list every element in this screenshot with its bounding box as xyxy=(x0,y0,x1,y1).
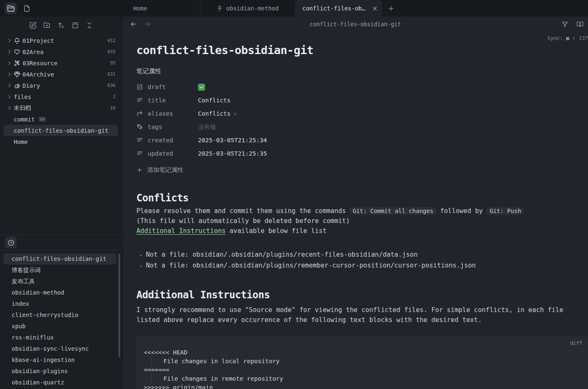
property-value[interactable]: Conflicts xyxy=(198,97,231,104)
property-key-label: tags xyxy=(148,124,162,130)
property-key[interactable]: updated xyxy=(136,150,198,157)
add-property-label: 添加笔记属性 xyxy=(147,166,183,174)
recent-files-tab-button[interactable] xyxy=(5,237,17,248)
property-key-label: updated xyxy=(148,150,173,157)
code-line: File changes in local repository xyxy=(144,357,581,366)
chevron-right-icon[interactable] xyxy=(7,105,14,111)
tree-item-label: files xyxy=(14,94,110,100)
tools-icon xyxy=(14,60,22,67)
property-value[interactable]: 2025-03-05T21:25:35 xyxy=(198,150,267,157)
recent-file-item[interactable]: xpub xyxy=(3,321,116,332)
tree-item-02area[interactable]: 02Area 655 xyxy=(3,46,118,57)
backlinks-graph-button[interactable] xyxy=(560,19,570,29)
chevron-right-icon[interactable] xyxy=(7,49,14,55)
recent-files-panel: conflict-files-obsidian-git 博客提示词 发布工具 o… xyxy=(0,235,122,389)
left-sidebar: 01Project 412 02Area 655 03Resource 95 0… xyxy=(0,17,123,389)
property-row-aliases: aliases Conflicts × xyxy=(136,107,578,120)
sort-order-button[interactable] xyxy=(56,20,67,31)
recent-file-item[interactable]: 发布工具 xyxy=(3,276,116,287)
tab-bar: Home obsidian-method conflict-files-obsi… xyxy=(0,0,588,17)
tree-item-01project[interactable]: 01Project 412 xyxy=(3,35,118,46)
tree-item-home[interactable]: Home xyxy=(3,136,118,147)
note-content[interactable]: Sync: ■ ↑ 137 conflict-files-obsidian-gi… xyxy=(123,32,588,389)
layout-icon xyxy=(72,22,79,29)
recent-file-item[interactable]: obsidian-quartz xyxy=(3,377,116,388)
tree-item-04archive[interactable]: 04Archive 631 xyxy=(3,69,118,80)
property-key[interactable]: title xyxy=(136,97,198,104)
alias-pill[interactable]: Conflicts xyxy=(198,110,231,117)
tree-item-label: 04Archive xyxy=(22,71,105,78)
note-title: conflict-files-obsidian-git xyxy=(136,44,578,57)
chevron-right-icon[interactable] xyxy=(7,38,14,43)
code-language-label: diff xyxy=(570,339,582,348)
property-key[interactable]: draft xyxy=(136,84,198,90)
add-property-button[interactable]: 添加笔记属性 xyxy=(136,166,578,174)
recent-file-item[interactable]: 博客提示词 xyxy=(3,265,116,276)
property-row-created: created 2025-03-05T21:25:34 xyxy=(136,134,578,147)
tree-item-label: 01Project xyxy=(22,37,105,44)
properties-panel: draft title Conflicts xyxy=(136,80,578,174)
check-square-icon xyxy=(136,84,143,90)
property-key[interactable]: created xyxy=(136,137,198,144)
recent-file-item[interactable]: kbase-ai-ingestion xyxy=(3,354,116,366)
recent-file-item[interactable]: obsidian-plugins xyxy=(3,366,116,377)
tree-item-label: 02Area xyxy=(22,49,105,55)
tree-item-label: commit xyxy=(14,116,35,123)
recent-file-item[interactable]: index xyxy=(3,298,116,310)
tree-item-label: Diary xyxy=(22,82,105,89)
chevron-right-icon[interactable] xyxy=(7,60,14,66)
document-panel-toggle-button[interactable] xyxy=(21,2,32,14)
diff-code-block[interactable]: diff <<<<<<< HEAD File changes in local … xyxy=(136,336,588,389)
chevron-right-icon[interactable] xyxy=(7,72,14,77)
recent-file-item[interactable]: rss-miniflux xyxy=(3,332,116,343)
tab-home[interactable]: Home xyxy=(80,0,200,17)
navigate-forward-button[interactable] xyxy=(143,19,153,29)
scrollbar-thumb[interactable] xyxy=(119,254,120,357)
navigate-back-button[interactable] xyxy=(128,19,138,29)
property-value[interactable]: 2025-03-05T21:25:34 xyxy=(198,137,267,144)
close-icon[interactable] xyxy=(372,5,378,12)
checkbox-checked[interactable] xyxy=(198,84,205,91)
tree-item-count: 10 xyxy=(108,105,116,111)
explorer-toolbar xyxy=(0,17,122,34)
tree-item-03resource[interactable]: 03Resource 95 xyxy=(3,57,118,69)
gem-icon xyxy=(14,71,22,78)
code-line: >>>>>>> origin/main xyxy=(144,383,581,389)
tab-conflict-files-active[interactable]: conflict-files-obsi… xyxy=(295,0,382,17)
remove-alias-icon[interactable]: × xyxy=(234,111,237,117)
recent-file-item[interactable]: client-cherrystudio xyxy=(3,310,116,321)
file-explorer-toggle-button[interactable] xyxy=(5,2,17,14)
chevron-right-icon[interactable] xyxy=(7,94,14,99)
recent-file-item[interactable]: conflict-files-obsidian-git xyxy=(3,253,116,265)
file-icon xyxy=(23,5,31,12)
property-key[interactable]: tags xyxy=(136,124,198,130)
list-item: Not a file: obsidian/.obsidian/plugins/r… xyxy=(146,249,578,260)
reading-mode-button[interactable] xyxy=(575,19,585,29)
chevron-right-icon[interactable] xyxy=(7,83,14,88)
collapse-all-icon xyxy=(86,22,93,29)
plus-icon xyxy=(136,167,143,173)
corner-up-right-icon xyxy=(136,110,143,117)
tree-item-files[interactable]: files 2 xyxy=(3,91,118,102)
code-line: File changes in remote repository xyxy=(144,374,581,383)
tree-item-uncategorized[interactable]: 未归档 10 xyxy=(3,102,118,114)
property-key[interactable]: aliases xyxy=(136,110,198,117)
tree-item-count: 95 xyxy=(108,60,116,66)
new-note-button[interactable] xyxy=(27,20,38,31)
additional-instructions-link[interactable]: Additional Instructions xyxy=(136,227,226,235)
new-tab-button[interactable] xyxy=(382,0,400,17)
new-folder-button[interactable] xyxy=(42,20,52,31)
text-lines-icon xyxy=(136,150,143,157)
recent-file-item[interactable]: obsidian-method xyxy=(3,287,116,298)
property-key-label: title xyxy=(148,97,166,104)
tree-item-conflict-files[interactable]: conflict-files-obsidian-git xyxy=(3,125,118,136)
property-empty-value[interactable]: 没有值 xyxy=(198,123,216,131)
recent-file-item[interactable]: obsidian-sync-livesync xyxy=(3,343,116,354)
tab-obsidian-method[interactable]: obsidian-method xyxy=(200,0,295,17)
folder-icon xyxy=(7,5,15,12)
tree-item-diary[interactable]: Diary 636 xyxy=(3,80,118,91)
sidebar-toggles xyxy=(0,0,80,17)
tree-item-commit[interactable]: commit sh xyxy=(3,114,118,125)
layout-toggle-button[interactable] xyxy=(70,20,81,31)
collapse-all-button[interactable] xyxy=(84,20,95,31)
